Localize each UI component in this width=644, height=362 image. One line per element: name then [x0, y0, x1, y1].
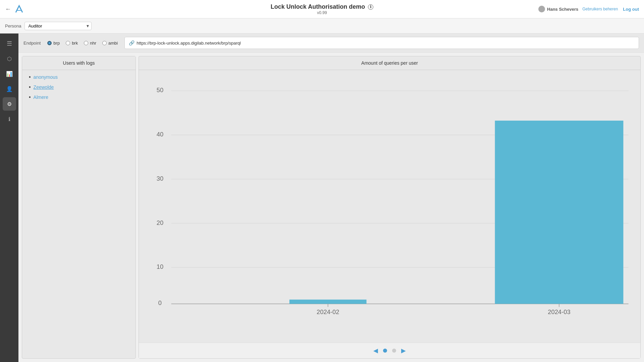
back-arrow-icon: ← [5, 6, 11, 13]
svg-text:50: 50 [157, 86, 163, 94]
pagination-prev-button[interactable]: ◀ [373, 347, 378, 354]
chart-panel-header: Amount of queries per user [139, 56, 640, 70]
back-button[interactable]: ← [5, 4, 24, 14]
endpoint-radio-brp[interactable] [47, 41, 52, 45]
bullet-icon: • [29, 84, 31, 90]
chart-container: 50 40 30 20 10 0 [139, 70, 640, 343]
users-panel-header: Users with logs [22, 56, 136, 70]
main-layout: ☰ ⬡ 📊 👤 ⚙ ℹ Endpoint brp brk [0, 34, 644, 362]
user-name-label: Hans Schevers [547, 7, 578, 12]
endpoint-option-ambi[interactable]: ambi [102, 41, 118, 46]
persona-select-wrapper[interactable]: Auditor User Admin [24, 22, 92, 30]
persona-bar: Persona Auditor User Admin [0, 18, 644, 34]
bar-2024-02 [289, 300, 367, 304]
endpoint-option-brp[interactable]: brp [47, 41, 60, 46]
page-title: Lock Unlock Authorisation demo ℹ [271, 3, 373, 10]
endpoint-options: brp brk nhr ambi [47, 41, 118, 46]
app-logo [14, 4, 24, 14]
persona-select[interactable]: Auditor User Admin [24, 22, 92, 30]
endpoint-option-nhr[interactable]: nhr [84, 41, 96, 46]
info-icon-sidebar: ℹ [8, 116, 10, 122]
sidebar-item-database[interactable]: ⬡ [3, 52, 16, 65]
endpoint-url-display: 🔗 https://brp-lock-unlock.apps.digilab.n… [124, 37, 639, 49]
sidebar-item-menu[interactable]: ☰ [3, 37, 16, 50]
header-user-section: Hans Schevers Gebruikers beheren Log out [538, 6, 639, 12]
title-info-icon[interactable]: ℹ [368, 4, 373, 10]
sidebar-item-settings[interactable]: ⚙ [3, 97, 16, 111]
manage-users-link[interactable]: Gebruikers beheren [582, 7, 618, 11]
svg-text:40: 40 [157, 131, 163, 138]
endpoint-label: Endpoint [23, 41, 41, 46]
bar-2024-03 [495, 121, 623, 304]
header: ← Lock Unlock Authorisation demo ℹ v0.99… [0, 0, 644, 18]
svg-text:2024-03: 2024-03 [548, 308, 570, 315]
bullet-icon: • [29, 74, 31, 80]
user-link-anonymous[interactable]: anonymous [34, 74, 58, 80]
link-icon: 🔗 [129, 40, 135, 46]
logout-button[interactable]: Log out [623, 7, 639, 12]
endpoint-radio-ambi[interactable] [102, 41, 107, 45]
sidebar-item-analytics[interactable]: 📊 [3, 67, 16, 80]
users-panel: Users with logs • anonymous • Zeewolde •… [22, 56, 136, 359]
content-area: Endpoint brp brk nhr ambi 🔗 https://brp-… [18, 34, 644, 362]
svg-text:30: 30 [157, 175, 163, 182]
user-info: Hans Schevers Gebruikers beheren [538, 6, 618, 12]
header-title-block: Lock Unlock Authorisation demo ℹ v0.99 [271, 3, 373, 15]
settings-icon: ⚙ [7, 101, 12, 107]
sidebar-item-user[interactable]: 👤 [3, 82, 16, 96]
users-list: • anonymous • Zeewolde • Almere [22, 70, 136, 108]
endpoint-bar: Endpoint brp brk nhr ambi 🔗 https://brp-… [18, 34, 644, 53]
pagination-next-button[interactable]: ▶ [401, 347, 406, 354]
svg-text:10: 10 [157, 263, 163, 270]
svg-text:20: 20 [157, 219, 163, 226]
list-item: • Almere [29, 94, 129, 100]
pagination-dot-1[interactable] [383, 349, 387, 353]
sidebar-item-info[interactable]: ℹ [3, 112, 16, 126]
svg-text:0: 0 [158, 299, 162, 306]
sidebar: ☰ ⬡ 📊 👤 ⚙ ℹ [0, 34, 18, 362]
endpoint-radio-nhr[interactable] [84, 41, 88, 45]
panel-area: Users with logs • anonymous • Zeewolde •… [18, 53, 644, 362]
endpoint-radio-brk[interactable] [66, 41, 70, 45]
user-link-zeewolde[interactable]: Zeewolde [34, 84, 54, 90]
menu-icon: ☰ [7, 40, 12, 47]
database-icon: ⬡ [7, 56, 12, 62]
chart-panel: Amount of queries per user 50 40 30 20 1… [139, 56, 641, 359]
endpoint-option-brk[interactable]: brk [66, 41, 78, 46]
chart-svg: 50 40 30 20 10 0 [146, 73, 634, 339]
pagination: ◀ ▶ [139, 343, 640, 358]
list-item: • Zeewolde [29, 84, 129, 90]
user-avatar-icon [538, 6, 545, 12]
user-icon-sidebar: 👤 [6, 86, 13, 92]
svg-text:2024-02: 2024-02 [317, 308, 339, 315]
analytics-icon: 📊 [6, 71, 13, 77]
user-link-almere[interactable]: Almere [34, 95, 48, 100]
pagination-dot-2[interactable] [392, 349, 396, 353]
endpoint-url-text: https://brp-lock-unlock.apps.digilab.net… [137, 41, 241, 46]
persona-label: Persona [5, 23, 21, 28]
list-item: • anonymous [29, 74, 129, 80]
bullet-icon: • [29, 94, 31, 100]
version-label: v0.99 [271, 10, 373, 15]
